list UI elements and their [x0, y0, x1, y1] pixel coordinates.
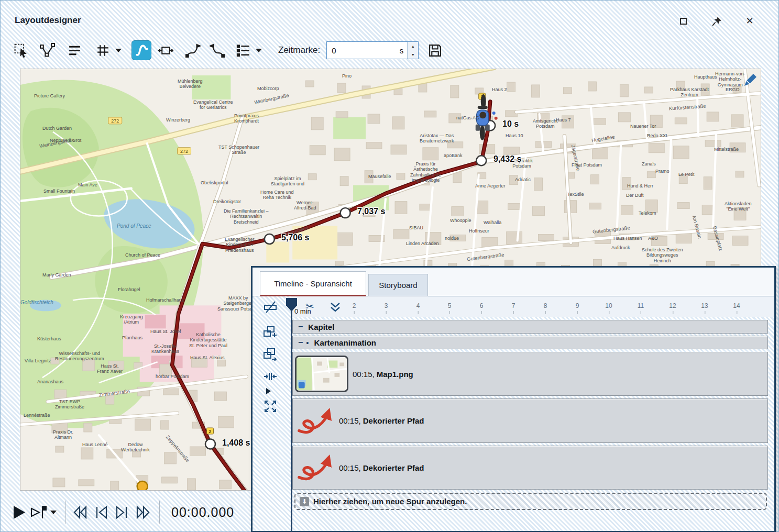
clip-label: 00:15,Dekorierter Pfad [339, 416, 424, 425]
ruler-tick: 5 [448, 302, 452, 309]
drop-arrow-icon: ⬇ [300, 497, 309, 506]
save-button[interactable] [425, 40, 445, 60]
grid-tool-button[interactable] [93, 40, 113, 60]
grid-dropdown-button[interactable] [113, 42, 124, 58]
zeitmarke-value[interactable]: 0 [327, 46, 400, 55]
tab-storyboard[interactable]: Storyboard [368, 274, 428, 296]
next-frame-icon [114, 505, 130, 520]
road-ref-badge: 272 [108, 117, 122, 124]
save-icon [427, 43, 443, 58]
ruler-tick: 14 [733, 302, 740, 309]
pin-icon [712, 16, 722, 26]
maximize-icon [680, 18, 687, 25]
svg-text:272: 272 [180, 149, 188, 154]
add-object-icon [263, 325, 278, 339]
play-button[interactable] [12, 502, 26, 523]
ruler-tick: 7 [512, 302, 515, 309]
ruler-tick: 12 [669, 302, 676, 309]
track-lines-tool-button[interactable] [64, 40, 84, 60]
ruler-tick: 8 [544, 302, 547, 309]
skip-to-end-button[interactable] [135, 502, 151, 523]
dropzone-label: Hierher ziehen, um neue Spur anzulegen. [313, 497, 467, 506]
smooth-path-icon [134, 43, 149, 58]
clip-duration: 00:15, [339, 463, 361, 472]
waypoint-marker[interactable] [341, 208, 350, 218]
close-button[interactable]: ✕ [742, 14, 758, 28]
object-list-tool-button[interactable] [233, 40, 253, 60]
window-title: Layoutdesigner [15, 15, 81, 26]
duplicate-object-button[interactable] [263, 347, 278, 363]
zeitmarke-label: Zeitmarke: [278, 45, 320, 56]
svg-text:2: 2 [209, 429, 212, 434]
curve-nodes-tool-button[interactable] [37, 40, 57, 60]
path-fade-out-icon [210, 43, 225, 58]
waypoint-time-label: 1,408 s [222, 438, 250, 448]
clip-name: Dekorierter Pfad [363, 416, 424, 425]
subchapter-row[interactable]: − • Kartenanimation [292, 336, 768, 349]
waypoint-time-label: 7,037 s [357, 207, 385, 216]
zeitmarke-input[interactable]: 0 s ▲ ▼ [326, 41, 419, 59]
waypoint-marker[interactable] [476, 156, 486, 165]
clip-row-map[interactable]: 00:15,Map1.png [292, 352, 768, 396]
chevron-down-icon [50, 511, 57, 514]
edit-pen-icon[interactable] [742, 72, 758, 87]
ruler-tick: 13 [701, 302, 708, 309]
new-track-dropzone[interactable]: ⬇ Hierher ziehen, um neue Spur anzulegen… [294, 493, 767, 510]
clip-row-path-1[interactable]: 00:15,Dekorierter Pfad [292, 398, 768, 443]
chapter-row[interactable]: − Kapitel [292, 320, 768, 334]
grid-icon [95, 43, 111, 58]
play-options-dropdown[interactable] [48, 504, 59, 520]
collapse-tracks-icon [263, 369, 278, 384]
skip-to-end-icon [135, 505, 151, 520]
skip-to-start-button[interactable] [72, 502, 88, 523]
duplicate-object-icon [263, 347, 278, 361]
main-toolbar: Zeitmarke: 0 s ▲ ▼ [1, 33, 778, 68]
route-start-marker[interactable] [137, 481, 148, 491]
zeitmarke-spinner[interactable]: ▲ ▼ [407, 42, 418, 59]
path-fade-in-tool-button[interactable] [183, 40, 203, 60]
object-list-dropdown-button[interactable] [253, 42, 265, 58]
tab-timeline-spuransicht[interactable]: Timeline - Spuransicht [260, 271, 366, 296]
separator [65, 501, 66, 524]
collapse-subchapter-icon[interactable]: − [298, 338, 303, 347]
fit-view-tool-button[interactable] [156, 40, 175, 60]
curve-nodes-icon [40, 43, 55, 58]
titlebar[interactable]: Layoutdesigner ✕ [1, 1, 778, 33]
clip-label: 00:15,Map1.png [353, 370, 413, 379]
waypoint-marker[interactable] [205, 439, 215, 449]
waypoint-time-label: 9,432 s [493, 154, 521, 164]
pin-button[interactable] [709, 14, 725, 28]
svg-text:272: 272 [111, 118, 119, 124]
expand-tracks-icon [263, 399, 278, 414]
road-ref-badge: 272 [178, 148, 191, 154]
path-fade-in-icon [185, 43, 201, 58]
ruler-tick: 4 [416, 302, 420, 309]
map-clip-thumbnail[interactable] [295, 356, 348, 392]
expand-row-button[interactable] [266, 388, 271, 396]
waypoint-marker[interactable] [265, 234, 275, 244]
clip-label: 00:15,Dekorierter Pfad [339, 463, 424, 472]
decorated-path-icon [296, 405, 335, 437]
add-object-button[interactable] [263, 325, 278, 341]
ruler-tick: 3 [385, 302, 388, 309]
collapse-tracks-button[interactable] [263, 369, 278, 385]
path-fade-out-tool-button[interactable] [207, 40, 227, 60]
next-frame-button[interactable] [114, 502, 130, 523]
razor-split-button[interactable] [263, 300, 278, 316]
ruler-tick: 2 [353, 302, 356, 309]
maximize-button[interactable] [675, 14, 691, 28]
subchapter-label: Kartenanimation [314, 338, 376, 347]
smooth-path-tool-button[interactable] [131, 40, 151, 60]
expand-tracks-button[interactable] [263, 399, 278, 415]
spinner-up-icon[interactable]: ▲ [408, 42, 418, 50]
collapse-all-icon[interactable] [330, 302, 341, 313]
previous-frame-button[interactable] [93, 502, 109, 523]
select-tool-button[interactable] [11, 40, 31, 60]
clip-name: Dekorierter Pfad [363, 463, 424, 472]
map-thumbnail-image [297, 357, 347, 391]
clip-row-path-2[interactable]: 00:15,Dekorierter Pfad [292, 446, 768, 490]
collapse-chapter-icon[interactable]: − [298, 322, 303, 331]
cut-at-marker-icon[interactable]: ✂ [305, 300, 314, 313]
play-from-marker-button[interactable] [30, 502, 47, 523]
spinner-down-icon[interactable]: ▼ [408, 50, 418, 59]
